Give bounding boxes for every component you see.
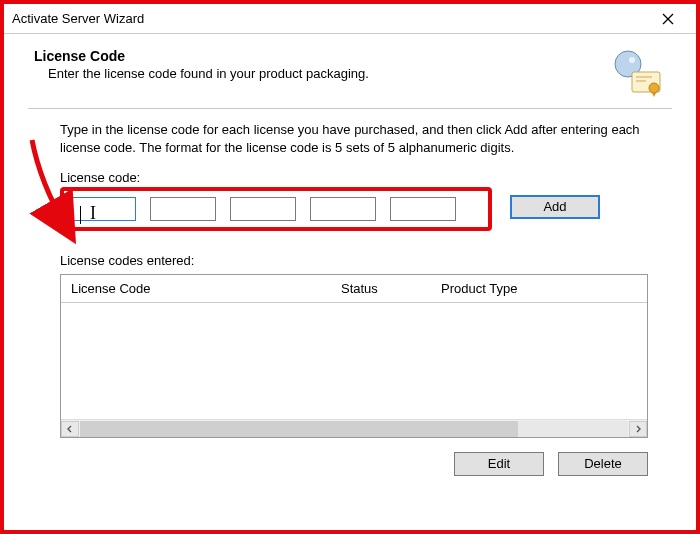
header-subtitle: Enter the license code found in your pro… xyxy=(34,66,596,81)
svg-point-3 xyxy=(629,57,635,63)
close-icon xyxy=(662,13,674,25)
entered-codes-label: License codes entered: xyxy=(60,253,654,268)
svg-point-5 xyxy=(649,83,659,93)
window-title: Activate Server Wizard xyxy=(12,11,144,26)
column-license-code[interactable]: License Code xyxy=(61,281,341,296)
license-input-group: I xyxy=(60,187,492,231)
delete-button[interactable]: Delete xyxy=(558,452,648,476)
column-product-type[interactable]: Product Type xyxy=(441,281,647,296)
license-icon xyxy=(606,48,666,98)
close-button[interactable] xyxy=(648,5,688,33)
scroll-left-icon[interactable] xyxy=(61,421,79,437)
list-header: License Code Status Product Type xyxy=(61,275,647,303)
add-button[interactable]: Add xyxy=(510,195,600,219)
license-field-2[interactable] xyxy=(150,197,216,221)
scroll-track[interactable] xyxy=(80,421,628,437)
license-code-label: License code: xyxy=(60,170,654,185)
horizontal-scrollbar[interactable] xyxy=(61,419,647,437)
titlebar: Activate Server Wizard xyxy=(4,4,696,34)
header-title: License Code xyxy=(34,48,596,64)
edit-button[interactable]: Edit xyxy=(454,452,544,476)
instruction-text: Type in the license code for each licens… xyxy=(60,121,640,156)
text-caret xyxy=(80,206,81,224)
license-codes-list[interactable]: License Code Status Product Type xyxy=(60,274,648,438)
scroll-thumb[interactable] xyxy=(80,421,518,437)
license-field-4[interactable] xyxy=(310,197,376,221)
column-status[interactable]: Status xyxy=(341,281,441,296)
license-field-3[interactable] xyxy=(230,197,296,221)
license-field-5[interactable] xyxy=(390,197,456,221)
list-body xyxy=(61,303,647,419)
wizard-header: License Code Enter the license code foun… xyxy=(4,34,696,108)
scroll-right-icon[interactable] xyxy=(629,421,647,437)
